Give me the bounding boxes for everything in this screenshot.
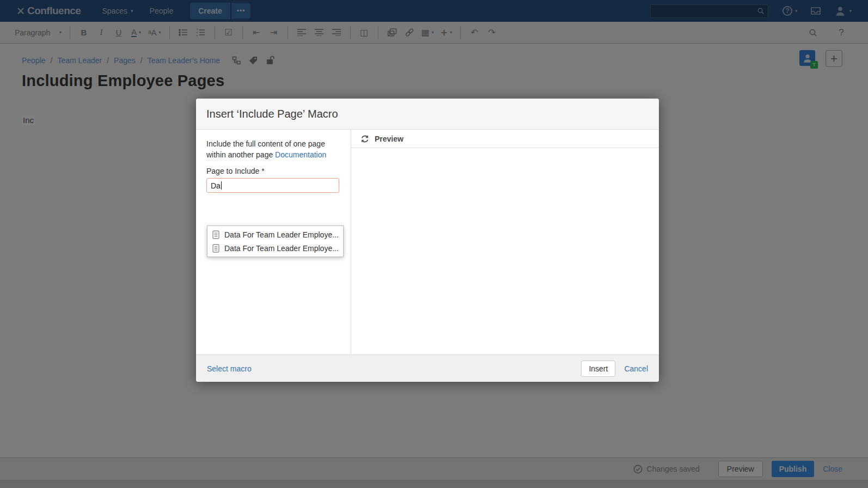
suggestion-item[interactable]: Data For Team Leader Employe...	[207, 228, 343, 241]
suggestion-item[interactable]: Data For Team Leader Employe...	[207, 241, 343, 255]
insert-button[interactable]: Insert	[581, 361, 615, 377]
macro-parameters-panel: Include the full content of one page wit…	[196, 130, 351, 355]
macro-preview-panel: Preview	[351, 130, 659, 355]
select-macro-link[interactable]: Select macro	[207, 364, 252, 373]
insert-include-page-macro-dialog: Insert ‘Include Page’ Macro Include the …	[196, 99, 659, 382]
refresh-icon[interactable]	[360, 135, 369, 143]
preview-header: Preview	[351, 130, 659, 148]
dialog-actions: Insert Cancel	[581, 361, 648, 377]
dialog-footer: Select macro Insert Cancel	[196, 355, 659, 382]
page-to-include-label: Page to Include *	[206, 167, 340, 175]
dialog-body: Include the full content of one page wit…	[196, 130, 659, 355]
input-value: Da	[211, 181, 221, 190]
preview-content	[351, 148, 659, 355]
dialog-header: Insert ‘Include Page’ Macro	[196, 99, 659, 130]
page-doc-icon	[212, 230, 219, 239]
text-cursor	[221, 181, 222, 190]
page-doc-icon	[212, 244, 219, 253]
autocomplete-dropdown: Data For Team Leader Employe... Data For…	[207, 225, 344, 257]
documentation-link[interactable]: Documentation	[275, 150, 326, 159]
page-to-include-input[interactable]: Da	[206, 178, 339, 193]
confluence-app: ✕ Confluence Spaces ▾ People Create ••• …	[0, 0, 868, 488]
dialog-title: Insert ‘Include Page’ Macro	[206, 108, 338, 120]
macro-description: Include the full content of one page wit…	[206, 139, 333, 160]
cancel-link[interactable]: Cancel	[624, 364, 648, 373]
preview-label: Preview	[375, 135, 404, 143]
